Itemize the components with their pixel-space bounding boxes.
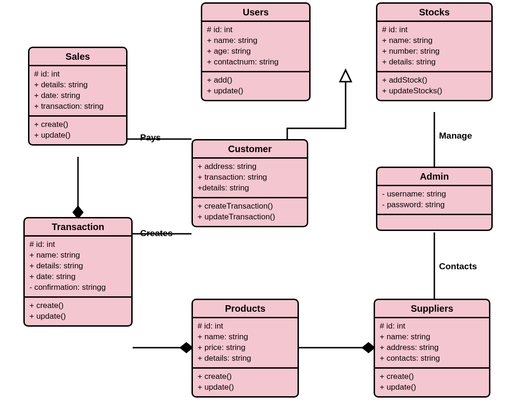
svg-marker-0 <box>340 70 351 82</box>
class-title: Suppliers <box>375 300 489 318</box>
operations: + create() + update() <box>25 298 131 325</box>
class-admin: Admin - username: string - password: str… <box>376 167 493 231</box>
attributes: # id: int + name: string + details: stri… <box>25 237 131 298</box>
class-title: Users <box>202 4 309 22</box>
operations: + create() + update() <box>29 117 126 144</box>
label-contacts: Contacts <box>439 261 477 272</box>
class-title: Stocks <box>377 4 491 22</box>
operations <box>377 215 491 230</box>
label-pays: Pays <box>140 133 161 143</box>
class-title: Products <box>193 300 298 318</box>
uml-class-diagram: Users # id: int + name: string + age: st… <box>0 0 510 420</box>
class-suppliers: Suppliers # id: int + name: string + add… <box>374 299 490 398</box>
label-creates: Creates <box>140 228 173 238</box>
operations: + add() + update() <box>202 72 309 100</box>
class-sales: Sales # id: int + details: string + date… <box>28 47 128 146</box>
class-stocks: Stocks # id: int + name: string + number… <box>376 2 493 101</box>
class-title: Admin <box>377 168 491 186</box>
operations: + create() + update() <box>375 369 489 396</box>
attributes: - username: string - password: string <box>377 186 491 215</box>
attributes: # id: int + name: string + price: string… <box>193 318 298 369</box>
class-transaction: Transaction # id: int + name: string + d… <box>23 217 133 327</box>
label-manage: Manage <box>439 131 472 141</box>
attributes: # id: int + name: string + age: string +… <box>202 22 309 72</box>
class-title: Customer <box>193 140 307 159</box>
operations: + createTransaction() + updateTransactio… <box>193 198 307 226</box>
class-users: Users # id: int + name: string + age: st… <box>201 2 311 101</box>
class-products: Products # id: int + name: string + pric… <box>191 299 299 398</box>
class-title: Transaction <box>25 218 131 237</box>
attributes: # id: int + name: string + address: stri… <box>375 318 489 369</box>
attributes: # id: int + details: string + date: stri… <box>29 66 126 117</box>
operations: + create() + update() <box>193 369 298 396</box>
class-customer: Customer + address: string + transaction… <box>191 139 308 227</box>
operations: + addStock() + updateStocks() <box>377 72 491 100</box>
attributes: # id: int + name: string + number: strin… <box>377 22 491 72</box>
attributes: + address: string + transaction: string … <box>193 159 307 198</box>
class-title: Sales <box>29 48 126 66</box>
